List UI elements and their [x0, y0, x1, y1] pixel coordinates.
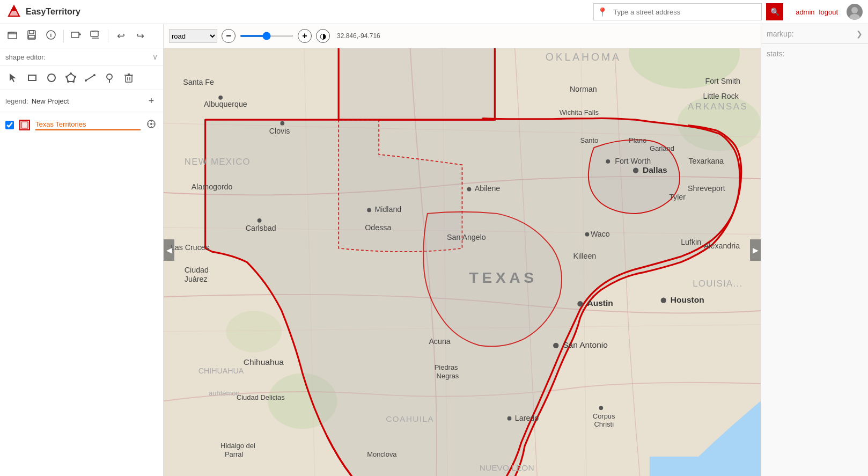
svg-text:Dallas: Dallas	[643, 165, 667, 174]
header: EasyTerritory 📍 🔍 admin logout	[0, 0, 868, 24]
open-button[interactable]	[4, 28, 20, 44]
svg-point-21	[67, 80, 69, 83]
svg-text:Shreveport: Shreveport	[688, 184, 725, 193]
line-tool[interactable]	[83, 70, 98, 85]
address-search-input[interactable]	[611, 4, 761, 20]
polygon-tool[interactable]	[63, 70, 78, 85]
zoom-in-button[interactable]: +	[298, 29, 312, 43]
svg-text:Odessa: Odessa	[365, 223, 391, 232]
svg-point-66	[367, 208, 371, 213]
info-button[interactable]: i	[43, 28, 59, 44]
select-tool[interactable]	[5, 70, 20, 85]
pin-tool[interactable]	[102, 70, 117, 85]
svg-point-4	[849, 14, 860, 20]
svg-marker-17	[67, 74, 75, 82]
svg-point-80	[661, 298, 666, 303]
svg-text:Fort Worth: Fort Worth	[615, 157, 651, 165]
map-nav-left[interactable]: ◀	[164, 239, 174, 261]
redo-button[interactable]: ↪	[132, 28, 148, 44]
svg-text:Piedras: Piedras	[435, 363, 458, 371]
svg-point-26	[107, 74, 112, 79]
logout-link[interactable]: logout	[819, 8, 838, 16]
svg-rect-11	[71, 32, 79, 38]
svg-point-22	[65, 76, 68, 78]
zoom-out-button[interactable]: −	[222, 29, 236, 43]
svg-text:Midland: Midland	[374, 205, 401, 214]
svg-text:Negras: Negras	[437, 372, 459, 380]
map-svg[interactable]: Amarillo Wichita Falls Fort Worth Dallas…	[164, 48, 761, 476]
svg-text:Plano: Plano	[629, 136, 646, 144]
add-legend-button[interactable]: +	[145, 94, 158, 107]
svg-point-110	[218, 96, 223, 100]
layer-list: Texas Territories	[0, 112, 163, 138]
layer-visibility-checkbox[interactable]	[5, 121, 14, 129]
shape-editor-header: shape editor: ∨	[0, 48, 163, 66]
right-panel: markup: ❯ stats:	[761, 24, 868, 476]
stats-label: stats:	[767, 49, 784, 58]
svg-text:Ciudad: Ciudad	[185, 266, 209, 274]
svg-rect-53	[339, 48, 495, 120]
map-area[interactable]: road satellite terrain hybrid − + ◑ 32.8…	[164, 24, 761, 476]
delete-tool[interactable]	[121, 70, 136, 85]
svg-text:San Antonio: San Antonio	[563, 340, 608, 349]
circle-tool[interactable]	[44, 70, 59, 85]
zoom-slider[interactable]	[240, 35, 293, 37]
svg-point-16	[48, 74, 55, 82]
layer-settings-button[interactable]	[145, 119, 158, 131]
user-avatar	[847, 4, 863, 20]
map-type-select[interactable]: road satellite terrain hybrid	[169, 29, 217, 43]
map-nav-right[interactable]: ▶	[750, 239, 761, 261]
search-button[interactable]: 🔍	[766, 3, 783, 20]
shape-editor-label: shape editor:	[5, 53, 46, 61]
undo-button[interactable]: ↩	[113, 28, 129, 44]
svg-point-36	[150, 123, 152, 125]
svg-point-86	[507, 416, 512, 421]
svg-text:Waco: Waco	[591, 230, 610, 238]
svg-point-71	[585, 232, 590, 237]
markup-section: markup: ❯	[761, 24, 868, 44]
svg-text:TEXAS: TEXAS	[469, 269, 537, 286]
svg-text:Tyler: Tyler	[669, 193, 686, 201]
svg-point-18	[70, 72, 72, 75]
user-links: admin logout	[796, 8, 838, 16]
svg-point-24	[85, 79, 87, 82]
add-layer-icon	[70, 29, 82, 43]
svg-text:Laredo: Laredo	[515, 414, 539, 422]
svg-point-83	[599, 406, 603, 410]
markup-toggle-button[interactable]: ❯	[856, 30, 863, 38]
svg-text:Corpus: Corpus	[593, 412, 615, 420]
contrast-button[interactable]: ◑	[316, 29, 330, 43]
add-layer-button[interactable]	[68, 28, 84, 44]
save-button[interactable]	[24, 28, 40, 44]
admin-link[interactable]: admin	[796, 8, 814, 16]
rectangle-tool[interactable]	[25, 70, 40, 85]
svg-text:Texarkana: Texarkana	[688, 157, 724, 165]
svg-text:Hidalgo del: Hidalgo del	[220, 442, 255, 450]
svg-text:auhtémoc: auhtémoc	[209, 389, 239, 397]
svg-point-3	[851, 7, 858, 13]
app-name: EasyTerritory	[26, 7, 80, 17]
svg-text:Little Rock: Little Rock	[703, 92, 739, 100]
svg-rect-15	[28, 75, 36, 80]
manage-layers-button[interactable]	[87, 28, 104, 44]
svg-rect-28	[126, 76, 132, 82]
search-icon: 🔍	[770, 8, 779, 16]
svg-rect-7	[30, 31, 34, 34]
layer-name: Texas Territories	[35, 120, 141, 130]
app-logo	[5, 3, 23, 20]
svg-text:San Angelo: San Angelo	[447, 233, 486, 241]
svg-point-78	[553, 343, 558, 348]
svg-text:Santo: Santo	[580, 136, 599, 144]
svg-text:LOUISIA...: LOUISIA...	[693, 279, 742, 289]
svg-point-115	[258, 218, 262, 223]
svg-point-57	[606, 159, 610, 164]
svg-text:Killeen: Killeen	[573, 252, 597, 260]
svg-point-20	[72, 80, 75, 83]
svg-text:CHIHUAHUA: CHIHUAHUA	[198, 367, 244, 375]
svg-point-45	[226, 311, 282, 353]
shape-editor-toggle[interactable]: ∨	[152, 53, 158, 61]
markup-label: markup:	[767, 30, 794, 38]
svg-marker-2	[11, 5, 17, 11]
layer-icon	[18, 119, 31, 131]
location-pin-icon: 📍	[594, 7, 611, 17]
